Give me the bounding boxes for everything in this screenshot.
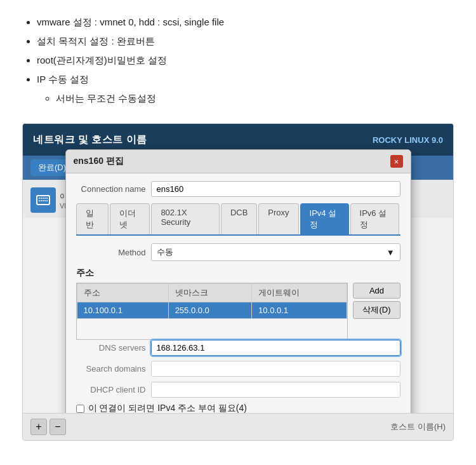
bullet-list: vmware 설정 : vmnet 0, hdd : scsi, single … xyxy=(19,13,457,108)
dns-row: DNS servers xyxy=(76,340,400,356)
remove-connection-button[interactable]: − xyxy=(50,419,66,435)
page-content: vmware 설정 : vmnet 0, hdd : scsi, single … xyxy=(0,0,476,454)
plus-minus-controls: + − xyxy=(30,419,66,435)
tabs-bar: 일반이더넷802.1X SecurityDCBProxyIPv4 설정IPv6 … xyxy=(76,203,400,236)
search-domains-row: Search domains xyxy=(76,361,400,377)
tab-802.1x-security[interactable]: 802.1X Security xyxy=(151,203,220,234)
address-table: 주소넷마스크게이트웨이 10.100.0.1255.0.0.010.0.0.1 xyxy=(77,283,348,319)
connection-name-input[interactable] xyxy=(151,181,400,197)
hostname-label: 호스트 이름(H) xyxy=(390,421,446,433)
modal-dialog: ens160 편집 × Connection name 일반이더넷802.1X … xyxy=(65,149,411,441)
chevron-down-icon: ▼ xyxy=(387,248,395,257)
modal-close-button[interactable]: × xyxy=(390,155,403,168)
address-table-with-buttons: 주소넷마스크게이트웨이 10.100.0.1255.0.0.010.0.0.1 … xyxy=(76,283,400,340)
method-select[interactable]: 수동 ▼ xyxy=(151,243,400,261)
table-header-넷마스크: 넷마스크 xyxy=(168,284,251,302)
tab-proxy[interactable]: Proxy xyxy=(258,203,298,234)
bottom-controls: + − 호스트 이름(H) xyxy=(23,413,453,440)
dhcp-label: DHCP client ID xyxy=(76,385,146,394)
add-button[interactable]: Add xyxy=(353,283,400,299)
tab-이더넷[interactable]: 이더넷 xyxy=(110,203,150,234)
table-cell: 10.0.0.1 xyxy=(252,302,347,319)
table-button-column: Add 삭제(D) xyxy=(353,283,400,340)
method-value: 수동 xyxy=(157,246,173,258)
dns-input[interactable] xyxy=(151,340,400,356)
bullet-item: 설치 목적지 설정 : 완료버튼 xyxy=(37,32,457,51)
table-row[interactable]: 10.100.0.1255.0.0.010.0.0.1 xyxy=(77,302,347,319)
tab-ipv4-설정[interactable]: IPv4 설정 xyxy=(300,203,349,234)
search-domains-input[interactable] xyxy=(151,361,400,377)
bullet-item: root(관리자계정)비밀번호 설정 xyxy=(37,51,457,70)
dhcp-row: DHCP client ID xyxy=(76,382,400,398)
table-cell: 10.100.0.1 xyxy=(77,302,168,319)
tab-ipv6-설정[interactable]: IPv6 설정 xyxy=(350,203,399,234)
modal-overlay: ens160 편집 × Connection name 일반이더넷802.1X … xyxy=(23,124,453,440)
method-row: Method 수동 ▼ xyxy=(76,243,400,261)
sub-bullet-item: 서버는 무조건 수동설정 xyxy=(56,89,457,108)
address-section-label: 주소 xyxy=(76,267,400,279)
screenshot-container: 네트워크 및 호스트 이름 ROCKY LINUX 9.0 완료(D) 이더넷 … xyxy=(22,123,454,441)
connection-name-row: Connection name xyxy=(76,181,400,197)
dns-label: DNS servers xyxy=(76,343,146,353)
modal-title: ens160 편집 xyxy=(74,156,124,167)
table-header-row: 주소넷마스크게이트웨이 xyxy=(77,284,347,302)
delete-button[interactable]: 삭제(D) xyxy=(353,301,400,319)
bullet-item: IP 수동 설정서버는 무조건 수동설정 xyxy=(37,70,457,108)
table-header-게이트웨이: 게이트웨이 xyxy=(252,284,347,302)
modal-body: Connection name 일반이더넷802.1X SecurityDCBP… xyxy=(66,173,411,428)
bullet-item: vmware 설정 : vmnet 0, hdd : scsi, single … xyxy=(37,13,457,32)
tab-dcb[interactable]: DCB xyxy=(221,203,257,234)
table-cell: 255.0.0.0 xyxy=(168,302,251,319)
add-connection-button[interactable]: + xyxy=(30,419,47,435)
ipv4-required-checkbox[interactable] xyxy=(76,405,84,413)
connection-name-label: Connection name xyxy=(76,184,146,194)
tab-일반[interactable]: 일반 xyxy=(76,203,109,234)
search-domains-label: Search domains xyxy=(76,364,146,374)
dhcp-input[interactable] xyxy=(151,382,400,398)
table-header-주소: 주소 xyxy=(77,284,168,302)
modal-titlebar: ens160 편집 × xyxy=(66,150,411,173)
address-table-wrapper: 주소넷마스크게이트웨이 10.100.0.1255.0.0.010.0.0.1 xyxy=(76,283,348,340)
method-label: Method xyxy=(76,248,146,257)
